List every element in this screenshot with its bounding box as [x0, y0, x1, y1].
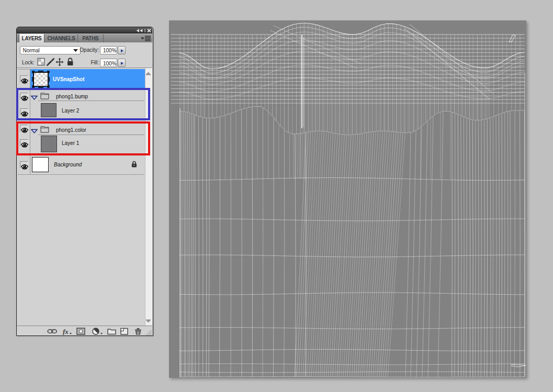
svg-text:fx: fx: [63, 328, 69, 335]
